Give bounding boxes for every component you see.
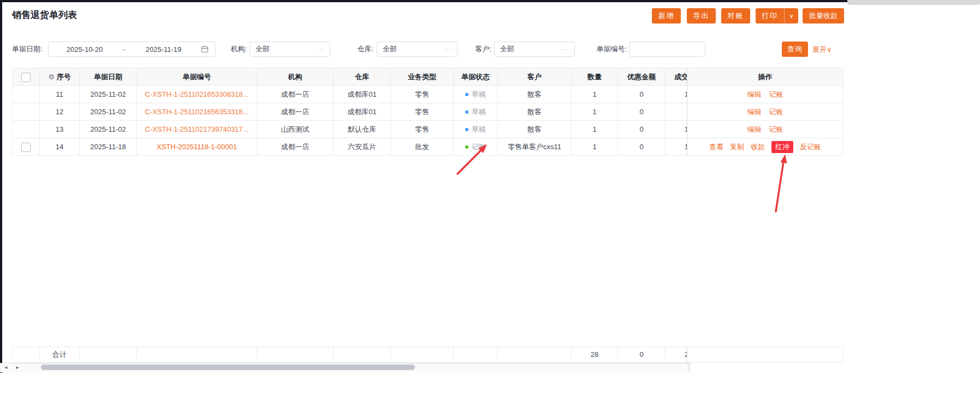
cell-org: 山西测试 [257,121,334,138]
status-dot-posted [465,145,468,149]
edit-link[interactable]: 编辑 [747,125,762,134]
post-link[interactable]: 记账 [769,107,783,117]
edit-link[interactable]: 编辑 [747,90,762,99]
cell-status: 草稿 [454,103,498,120]
doc-no-link[interactable]: XSTH-20251118-1-00001 [157,143,237,151]
cell-biz-type: 零售 [391,103,454,120]
post-link[interactable]: 记账 [769,90,783,99]
cell-qty: 1 [572,103,618,120]
cell-qty: 1 [572,138,618,155]
actions-row: 查看 复制 收款 红冲 反记账 [687,138,843,156]
totals-actions-cell [687,347,844,363]
print-dropdown-caret-icon[interactable]: ∨ [784,8,798,24]
red-flush-button[interactable]: 红冲 [771,141,793,153]
cell-biz-type: 批发 [391,138,454,155]
receive-payment-link[interactable]: 收款 [751,142,765,152]
actions-row: 编辑 记账 [687,121,843,138]
scroll-left-arrow-icon[interactable]: ◄ [2,364,10,372]
cell-qty: 1 [572,121,618,138]
cell-amount: 10 [666,86,687,103]
org-select[interactable]: 全部 ··· [250,42,330,57]
row-checkbox[interactable] [21,143,31,152]
view-link[interactable]: 查看 [709,142,723,152]
bill-no-input-box[interactable] [629,42,705,57]
totals-label: 合计 [40,347,80,362]
sales-return-list-page: 销售退货单列表 新增 导出 对账 打印 ∨ 批量收款 单据日期: 2025-10… [0,0,980,399]
calendar-icon [201,45,209,53]
cell-org: 成都一店 [257,103,334,120]
table-row: 11 2025-11-02 C-XSTH-1-2511021653308318.… [13,86,687,103]
search-button[interactable]: 查询 [782,42,808,57]
cell-biz-type: 零售 [391,86,454,103]
header-select-cell [13,68,40,85]
header-discount: 优惠金额 [618,68,666,85]
page-title: 销售退货单列表 [12,9,77,21]
doc-no-link[interactable]: C-XSTH-1-2511021656353318... [145,108,249,116]
window-top-edge [0,0,980,2]
cell-warehouse: 成都库01 [334,86,391,103]
annotation-arrow-redflush [776,154,787,212]
copy-link[interactable]: 复制 [730,142,744,152]
cell-amount: 18 [666,121,687,138]
customer-select[interactable]: 全部 ··· [494,42,575,57]
cell-customer: 散客 [498,86,572,103]
cell-discount: 0 [618,138,666,155]
status-dot-draft [465,128,468,131]
org-select-value: 全部 [250,44,317,54]
warehouse-select[interactable]: 全部 ··· [377,42,458,57]
header-date: 单据日期 [80,68,137,85]
date-range-picker[interactable]: 2025-10-20 ~ 2025-11-19 [48,42,216,57]
header-customer: 客户 [498,68,572,85]
batch-receive-button[interactable]: 批量收款 [803,8,844,24]
table-header-row: ⚙序号 单据日期 单据编号 机构 仓库 业务类型 单据状态 客户 数量 优惠金额… [13,68,687,86]
cell-customer: 散客 [498,103,572,120]
actions-column: 操作 编辑 记账 编辑 记账 编辑 记账 查看 复制 收款 红冲 反记账 [687,68,844,156]
date-to-value[interactable]: 2025-11-19 [134,45,193,54]
doc-no-link[interactable]: C-XSTH-1-2511021739740317... [145,125,249,133]
header-no: 单据编号 [137,68,257,85]
column-settings-gear-icon[interactable]: ⚙ [48,73,55,81]
bill-no-filter-label: 单据编号: [590,45,627,54]
window-corner-block [847,0,980,5]
customer-select-more-icon: ··· [561,45,574,53]
cell-warehouse: 默认仓库 [334,121,391,138]
actions-row: 编辑 记账 [687,103,843,121]
header-warehouse: 仓库 [334,68,391,85]
orders-table: ⚙序号 单据日期 单据编号 机构 仓库 业务类型 单据状态 客户 数量 优惠金额… [12,68,687,156]
bill-no-input[interactable] [629,42,705,56]
header-status: 单据状态 [454,68,498,85]
select-all-checkbox[interactable] [21,73,31,82]
reverse-post-link[interactable]: 反记账 [800,142,821,152]
print-button[interactable]: 打印 [756,8,784,24]
cell-warehouse: 六安瓜片 [334,138,391,155]
cell-qty: 1 [572,86,618,103]
post-link[interactable]: 记账 [769,125,783,134]
date-from-value[interactable]: 2025-10-20 [55,45,114,54]
expand-filters-link[interactable]: 展开∨ [812,45,832,55]
doc-no-link[interactable]: C-XSTH-1-2511021653308318... [145,90,249,98]
scroll-right-arrow-icon[interactable]: ► [13,364,22,372]
header-amount: 成交金额 [666,68,687,85]
org-filter-label: 机构: [218,45,247,54]
export-button[interactable]: 导出 [687,8,716,24]
header-org: 机构 [257,68,334,85]
cell-warehouse: 成都库01 [334,103,391,120]
cell-date: 2025-11-02 [80,121,137,138]
table-row: 12 2025-11-02 C-XSTH-1-2511021656353318.… [13,103,687,121]
cell-status: 草稿 [454,121,498,138]
edit-link[interactable]: 编辑 [747,107,762,117]
cell-discount: 0 [618,121,666,138]
add-button[interactable]: 新增 [652,8,681,24]
cell-seq: 12 [40,103,80,120]
totals-amount: 20 [666,347,687,362]
horizontal-scrollbar-thumb[interactable] [41,365,415,370]
window-left-edge [0,0,2,373]
totals-qty: 28 [572,347,618,362]
cell-org: 成都一店 [257,138,334,155]
cell-amount: 5 [666,103,687,120]
cell-date: 2025-11-02 [80,86,137,103]
cell-status: 记账 [454,138,498,155]
warehouse-select-more-icon: ··· [444,45,457,53]
reconcile-button[interactable]: 对账 [721,8,750,24]
cell-customer: 零售单客户cxs11 [498,138,572,155]
